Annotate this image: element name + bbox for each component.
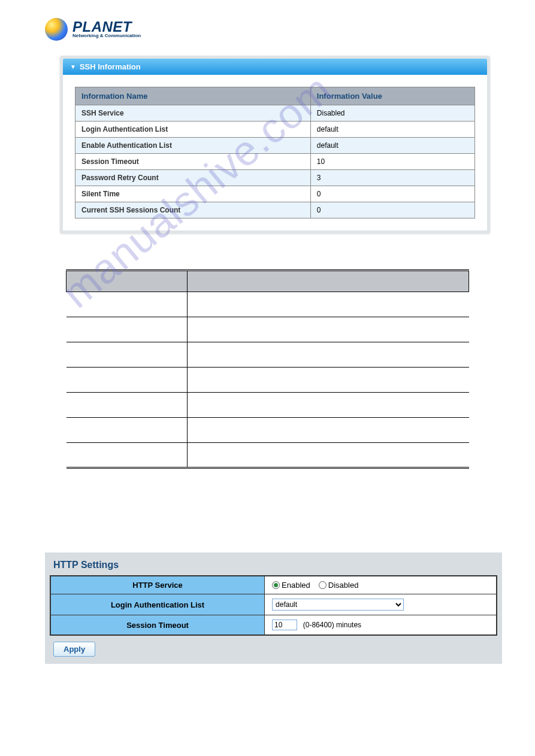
table-row: Session Timeout (0-86400) minutes bbox=[50, 615, 497, 636]
table-row: Enable Authentication Listdefault bbox=[75, 138, 475, 154]
http-disabled-option[interactable]: Disabled bbox=[319, 581, 359, 590]
table-row: HTTP Service Enabled Disabled bbox=[50, 576, 497, 594]
col-info-name: Information Name bbox=[75, 87, 311, 105]
ssh-panel-header[interactable]: ▼ SSH Information bbox=[63, 59, 487, 75]
ssh-information-panel: ▼ SSH Information Information Name Infor… bbox=[60, 56, 490, 233]
table-row: SSH ServiceDisabled bbox=[75, 105, 475, 122]
brand-logo: PLANET Networking & Communication bbox=[0, 0, 535, 47]
chevron-down-icon: ▼ bbox=[70, 63, 76, 70]
http-disabled-radio[interactable] bbox=[319, 581, 327, 589]
table-row: Silent Time0 bbox=[75, 186, 475, 202]
login-auth-label: Login Authentication List bbox=[50, 594, 265, 615]
table-row: Session Timeout10 bbox=[75, 154, 475, 170]
table-row: Current SSH Sessions Count0 bbox=[75, 202, 475, 218]
logo-main-text: PLANET bbox=[72, 20, 141, 34]
apply-button[interactable]: Apply bbox=[53, 642, 95, 657]
http-enabled-radio[interactable] bbox=[272, 581, 280, 589]
session-timeout-input[interactable] bbox=[272, 620, 297, 630]
ssh-info-table: Information Name Information Value SSH S… bbox=[75, 87, 475, 218]
session-timeout-label: Session Timeout bbox=[50, 615, 265, 636]
http-enabled-option[interactable]: Enabled bbox=[272, 581, 310, 590]
http-settings-table: HTTP Service Enabled Disabled Login Auth… bbox=[50, 575, 497, 636]
http-panel-title: HTTP Settings bbox=[50, 557, 497, 575]
login-auth-select[interactable]: default bbox=[272, 599, 404, 611]
table-row: Login Authentication List default bbox=[50, 594, 497, 615]
table-row: Password Retry Count3 bbox=[75, 170, 475, 186]
col-info-value: Information Value bbox=[310, 87, 474, 105]
logo-sub-text: Networking & Communication bbox=[72, 33, 141, 38]
http-settings-panel: HTTP Settings HTTP Service Enabled Disab… bbox=[45, 552, 502, 664]
globe-icon bbox=[45, 18, 68, 41]
session-timeout-hint: (0-86400) minutes bbox=[303, 621, 361, 629]
http-service-label: HTTP Service bbox=[50, 576, 265, 594]
table-row: Login Authentication Listdefault bbox=[75, 122, 475, 138]
ssh-panel-title: SSH Information bbox=[80, 62, 141, 71]
blank-description-table bbox=[66, 269, 469, 469]
